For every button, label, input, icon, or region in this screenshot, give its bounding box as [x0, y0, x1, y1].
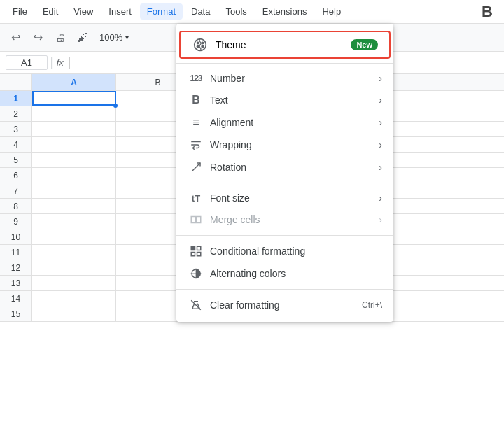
cell-a15[interactable] — [32, 306, 116, 321]
row-header-2[interactable]: 2 — [0, 106, 32, 121]
zoom-arrow-icon: ▾ — [125, 34, 129, 41]
cell-a9[interactable] — [32, 214, 116, 229]
row-header-13[interactable]: 13 — [0, 276, 32, 290]
cell-a12[interactable] — [32, 260, 116, 275]
svg-rect-8 — [197, 217, 201, 223]
row-header-7[interactable]: 7 — [0, 183, 32, 198]
alignment-arrow-icon: › — [379, 117, 382, 128]
menu-edit[interactable]: Edit — [36, 3, 65, 20]
menu-format[interactable]: Format — [140, 3, 183, 20]
merge-cells-icon — [188, 213, 204, 226]
divider2 — [176, 183, 393, 183]
menu-insert[interactable]: Insert — [102, 3, 139, 20]
number-arrow-icon: › — [379, 73, 382, 84]
cell-a10[interactable] — [32, 229, 116, 244]
cell-a3[interactable] — [32, 122, 116, 136]
number-icon: 123 — [188, 73, 204, 83]
clear-formatting-menu-item[interactable]: Clear formatting Ctrl+\ — [176, 294, 393, 316]
paint-format-button[interactable]: 🖌 — [73, 28, 92, 48]
alignment-icon: ≡ — [188, 116, 204, 129]
svg-point-2 — [202, 42, 204, 44]
svg-rect-10 — [191, 246, 195, 250]
rotation-menu-item[interactable]: Rotation › — [176, 156, 393, 178]
menu-tools[interactable]: Tools — [218, 3, 253, 20]
alternating-colors-label: Alternating colors — [210, 268, 382, 279]
font-size-label: Font size — [210, 192, 379, 204]
font-size-menu-item[interactable]: tT Font size › — [176, 188, 393, 209]
cell-a6[interactable] — [32, 168, 116, 183]
wrapping-label: Wrapping — [210, 139, 379, 150]
svg-point-3 — [197, 45, 199, 48]
cell-a7[interactable] — [32, 183, 116, 198]
row-header-8[interactable]: 8 — [0, 199, 32, 213]
merge-cells-arrow-icon: › — [379, 214, 382, 225]
menu-data[interactable]: Data — [184, 3, 217, 20]
cell-a2[interactable] — [32, 106, 116, 121]
svg-rect-11 — [197, 246, 201, 250]
cell-a5[interactable] — [32, 153, 116, 167]
fx-icon: fx — [57, 57, 64, 68]
alternating-colors-menu-item[interactable]: Alternating colors — [176, 262, 393, 285]
menu-file[interactable]: File — [6, 3, 34, 20]
conditional-formatting-icon — [188, 245, 204, 257]
row-header-4[interactable]: 4 — [0, 137, 32, 152]
zoom-selector[interactable]: 100% ▾ — [95, 31, 133, 44]
format-dropdown-menu: Theme New 123 Number › B Text › ≡ Alignm… — [176, 24, 393, 322]
row-header-14[interactable]: 14 — [0, 291, 32, 306]
svg-rect-12 — [191, 253, 195, 256]
alignment-label: Alignment — [210, 117, 379, 128]
theme-menu-item[interactable]: Theme New — [179, 31, 391, 59]
row-header-5[interactable]: 5 — [0, 153, 32, 167]
menu-view[interactable]: View — [66, 3, 100, 20]
clear-formatting-icon — [188, 299, 204, 311]
name-box[interactable]: A1 — [6, 55, 48, 70]
rotation-arrow-icon: › — [379, 162, 382, 173]
cell-a11[interactable] — [32, 245, 116, 260]
more-options: B — [482, 3, 498, 21]
row-header-6[interactable]: 6 — [0, 168, 32, 183]
clear-formatting-shortcut: Ctrl+\ — [362, 300, 382, 310]
theme-label: Theme — [216, 39, 351, 50]
svg-rect-7 — [191, 217, 195, 223]
row-header-9[interactable]: 9 — [0, 214, 32, 229]
wrapping-arrow-icon: › — [379, 139, 382, 150]
row-header-10[interactable]: 10 — [0, 229, 32, 244]
cell-a8[interactable] — [32, 199, 116, 213]
formula-input-divider — [69, 57, 70, 69]
print-button[interactable]: 🖨 — [50, 28, 70, 48]
divider3 — [176, 235, 393, 236]
svg-point-4 — [202, 45, 204, 48]
redo-button[interactable]: ↪ — [28, 28, 48, 48]
wrapping-icon — [188, 139, 204, 151]
row-header-3[interactable]: 3 — [0, 122, 32, 136]
undo-button[interactable]: ↩ — [6, 28, 25, 48]
cell-a1[interactable] — [32, 91, 116, 106]
text-arrow-icon: › — [379, 94, 382, 106]
theme-icon — [192, 38, 209, 52]
zoom-value: 100% — [99, 32, 122, 43]
formula-divider: | — [50, 55, 54, 70]
wrapping-menu-item[interactable]: Wrapping › — [176, 134, 393, 156]
menu-bar: File Edit View Insert Format Data Tools … — [0, 0, 504, 24]
row-header-11[interactable]: 11 — [0, 245, 32, 260]
text-bold-icon: B — [188, 94, 204, 106]
alignment-menu-item[interactable]: ≡ Alignment › — [176, 111, 393, 134]
rotation-icon — [188, 161, 204, 174]
conditional-formatting-menu-item[interactable]: Conditional formatting — [176, 240, 393, 262]
row-header-15[interactable]: 15 — [0, 306, 32, 321]
row-header-1[interactable]: 1 — [0, 91, 32, 106]
divider — [176, 63, 393, 64]
cell-a13[interactable] — [32, 276, 116, 290]
row-header-12[interactable]: 12 — [0, 260, 32, 275]
rotation-label: Rotation — [210, 162, 379, 173]
col-header-a[interactable]: A — [32, 74, 116, 90]
cell-a4[interactable] — [32, 137, 116, 152]
new-badge: New — [351, 39, 378, 50]
merge-cells-menu-item[interactable]: Merge cells › — [176, 209, 393, 231]
number-label: Number — [210, 73, 379, 84]
text-menu-item[interactable]: B Text › — [176, 89, 393, 111]
number-menu-item[interactable]: 123 Number › — [176, 68, 393, 89]
cell-a14[interactable] — [32, 291, 116, 306]
menu-help[interactable]: Help — [315, 3, 348, 20]
menu-extensions[interactable]: Extensions — [255, 3, 314, 20]
